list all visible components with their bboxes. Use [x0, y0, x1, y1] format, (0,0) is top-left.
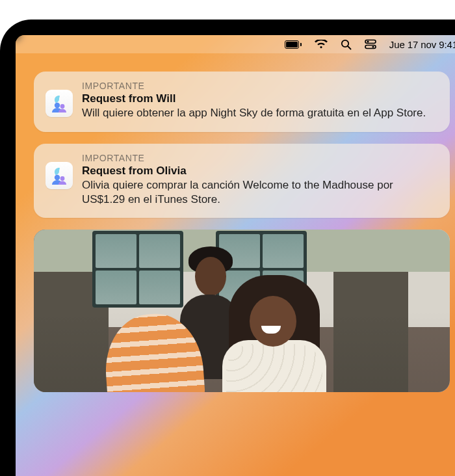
svg-point-9 — [60, 176, 65, 181]
svg-point-3 — [367, 40, 369, 42]
search-icon[interactable] — [341, 39, 352, 50]
svg-point-7 — [60, 104, 65, 109]
notification-center: IMPORTANTE Request from Will Will quiere… — [16, 53, 455, 392]
notification-title: Request from Will — [82, 92, 438, 105]
notification-card[interactable]: IMPORTANTE Request from Will Will quiere… — [34, 72, 450, 132]
notification-body: IMPORTANTE Request from Olivia Olivia qu… — [82, 153, 438, 207]
notification-card[interactable]: IMPORTANTE Request from Olivia Olivia qu… — [34, 144, 450, 218]
menubar: Jue 17 nov 9:41 — [16, 35, 455, 53]
menubar-datetime[interactable]: Jue 17 nov 9:41 — [389, 39, 455, 50]
svg-line-1 — [348, 46, 351, 49]
photo-image — [34, 230, 450, 392]
svg-point-8 — [55, 175, 60, 180]
notification-message: Olivia quiere comprar la canción Welcome… — [82, 178, 438, 207]
svg-point-5 — [372, 46, 374, 47]
notification-body: IMPORTANTE Request from Will Will quiere… — [82, 81, 438, 120]
family-sharing-icon — [46, 90, 73, 117]
notification-message: Will quiere obtener la app Night Sky de … — [82, 106, 438, 120]
notification-label: IMPORTANTE — [82, 153, 438, 163]
control-center-icon[interactable] — [365, 39, 376, 49]
svg-point-6 — [55, 103, 60, 108]
device-frame: Jue 17 nov 9:41 IMPORTANTE Request from … — [0, 20, 455, 476]
notification-title: Request from Olivia — [82, 165, 438, 178]
family-sharing-icon — [46, 162, 73, 189]
screen: Jue 17 nov 9:41 IMPORTANTE Request from … — [16, 35, 455, 476]
notification-label: IMPORTANTE — [82, 81, 438, 91]
photos-widget[interactable] — [34, 230, 450, 392]
wifi-icon[interactable] — [315, 40, 328, 49]
battery-icon[interactable] — [285, 40, 302, 49]
